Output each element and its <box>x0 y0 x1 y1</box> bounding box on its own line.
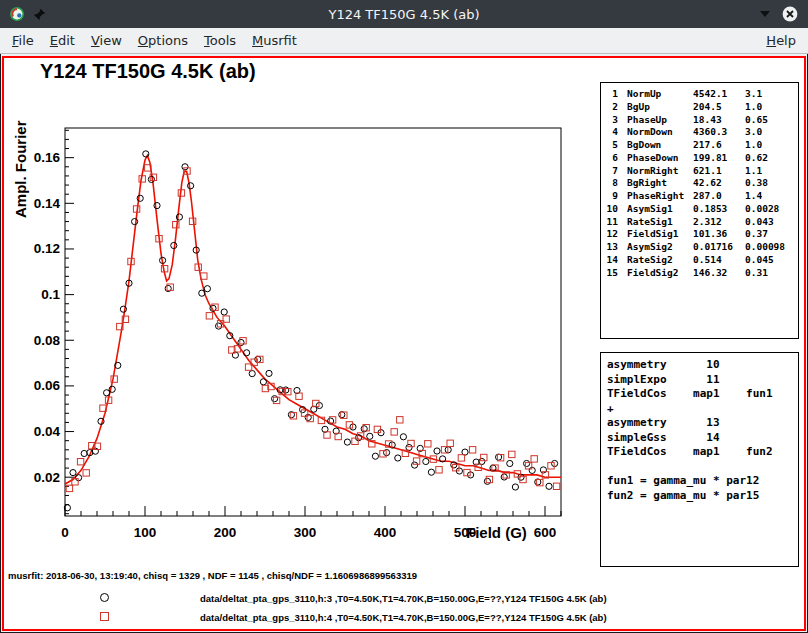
parameter-row: 11RateSig12.3120.043 <box>605 216 794 229</box>
data-point-square <box>397 417 403 423</box>
param-value: 199.81 <box>693 152 745 165</box>
param-value: 0.1853 <box>693 203 745 216</box>
menubar: File Edit View Options Tools Musrfit Hel… <box>0 28 808 54</box>
theory-line: TFieldCos map1 fun1 <box>607 387 792 402</box>
titlebar[interactable]: Y124 TF150G 4.5K (ab) <box>0 0 808 28</box>
param-no: 10 <box>605 203 618 216</box>
shade-chevron-icon[interactable] <box>759 10 771 18</box>
y-tick-label: 0.16 <box>34 150 61 165</box>
param-name: NormUp <box>627 88 693 101</box>
plot-area[interactable]: 0.020.040.060.080.10.120.140.16010020030… <box>4 58 600 568</box>
param-no: 5 <box>605 139 618 152</box>
theory-line: simpleGss 14 <box>607 431 792 446</box>
data-point-square <box>425 441 431 447</box>
data-point-square <box>553 483 559 489</box>
menu-edit[interactable]: Edit <box>42 30 83 51</box>
pin-icon[interactable] <box>33 8 46 21</box>
param-no: 15 <box>605 267 618 280</box>
menu-file[interactable]: File <box>4 30 42 51</box>
parameter-row: 15FieldSig2146.320.31 <box>605 267 794 280</box>
theory-line <box>607 460 792 475</box>
data-point-circle <box>412 462 418 468</box>
param-error: 0.31 <box>745 267 794 280</box>
param-value: 0.01716 <box>693 241 745 254</box>
param-error: 0.00098 <box>745 241 794 254</box>
param-value: 101.36 <box>693 228 745 241</box>
param-error: 3.0 <box>745 126 794 139</box>
parameter-row: 8BgRight42.620.38 <box>605 177 794 190</box>
parameter-box[interactable]: 1NormUp4542.13.12BgUp204.51.03PhaseUp18.… <box>600 82 799 339</box>
param-no: 14 <box>605 254 618 267</box>
data-point-square <box>206 313 212 319</box>
x-tick-label: 0 <box>61 525 69 540</box>
x-tick-label: 300 <box>294 525 317 540</box>
menu-view[interactable]: View <box>83 30 130 51</box>
legend-label: data/deltat_pta_gps_3110,h:4 ,T0=4.50K,T… <box>200 612 607 623</box>
param-error: 0.37 <box>745 228 794 241</box>
legend-label: data/deltat_pta_gps_3110,h:3 ,T0=4.50K,T… <box>200 593 607 604</box>
param-no: 6 <box>605 152 618 165</box>
y-tick-label: 0.02 <box>34 470 60 485</box>
legend-circle-marker-icon <box>100 593 109 602</box>
data-point-circle <box>104 390 110 396</box>
y-tick-label: 0.06 <box>34 378 61 393</box>
data-point-square <box>77 459 83 465</box>
param-name: BgRight <box>627 177 693 190</box>
param-name: RateSig1 <box>627 216 693 229</box>
data-point-circle <box>400 434 406 440</box>
parameter-row: 6PhaseDown199.810.62 <box>605 152 794 165</box>
data-point-circle <box>395 455 401 461</box>
menu-tools[interactable]: Tools <box>196 30 244 51</box>
parameter-row: 9PhaseRight287.01.4 <box>605 190 794 203</box>
param-name: FieldSig2 <box>627 267 693 280</box>
param-no: 13 <box>605 241 618 254</box>
parameter-row: 13AsymSig20.017160.00098 <box>605 241 794 254</box>
param-value: 146.32 <box>693 267 745 280</box>
y-tick-label: 0.04 <box>34 424 61 439</box>
legend-row: data/deltat_pta_gps_3110,h:3 ,T0=4.50K,T… <box>4 591 604 606</box>
y-tick-label: 0.12 <box>34 241 60 256</box>
data-point-circle <box>428 469 434 475</box>
param-value: 42.62 <box>693 177 745 190</box>
data-point-square <box>346 422 352 428</box>
menu-help[interactable]: Help <box>758 30 804 51</box>
data-point-circle <box>221 309 227 315</box>
param-no: 1 <box>605 88 618 101</box>
x-tick-label: 400 <box>374 525 397 540</box>
data-point-circle <box>249 371 255 377</box>
legend-row: data/deltat_pta_gps_3110,h:4 ,T0=4.50K,T… <box>4 610 604 625</box>
param-name: AsymSig2 <box>627 241 693 254</box>
data-point-square <box>391 429 397 435</box>
window-title: Y124 TF150G 4.5K (ab) <box>328 7 479 22</box>
x-tick-label: 500 <box>454 525 477 540</box>
data-point-circle <box>507 460 513 466</box>
param-error: 1.1 <box>745 165 794 178</box>
data-point-circle <box>423 458 429 464</box>
param-error: 0.0028 <box>745 203 794 216</box>
y-tick-label: 0.14 <box>34 196 61 211</box>
close-icon[interactable] <box>781 5 799 23</box>
param-name: AsymSig1 <box>627 203 693 216</box>
series-squares <box>66 165 560 492</box>
theory-box[interactable]: asymmetry 10simplExpo 11TFieldCos map1 f… <box>600 352 799 567</box>
param-no: 8 <box>605 177 618 190</box>
param-value: 4360.3 <box>693 126 745 139</box>
theory-line: asymmetry 13 <box>607 416 792 431</box>
data-point-square <box>447 440 453 446</box>
param-error: 0.38 <box>745 177 794 190</box>
data-point-circle <box>216 323 222 329</box>
param-name: PhaseDown <box>627 152 693 165</box>
data-point-circle <box>546 483 552 489</box>
menu-musrfit[interactable]: Musrfit <box>244 30 305 51</box>
parameter-row: 4NormDown4360.33.0 <box>605 126 794 139</box>
data-point-square <box>380 451 386 457</box>
param-name: BgDown <box>627 139 693 152</box>
parameter-row: 3PhaseUp18.430.65 <box>605 114 794 127</box>
menu-options[interactable]: Options <box>130 30 196 51</box>
theory-line: asymmetry 10 <box>607 358 792 373</box>
param-error: 1.0 <box>745 101 794 114</box>
root-canvas[interactable]: Y124 TF150G 4.5K (ab) Ampl. Fourier Fiel… <box>2 56 806 631</box>
data-point-square <box>469 447 475 453</box>
param-value: 4542.1 <box>693 88 745 101</box>
param-error: 0.045 <box>745 254 794 267</box>
